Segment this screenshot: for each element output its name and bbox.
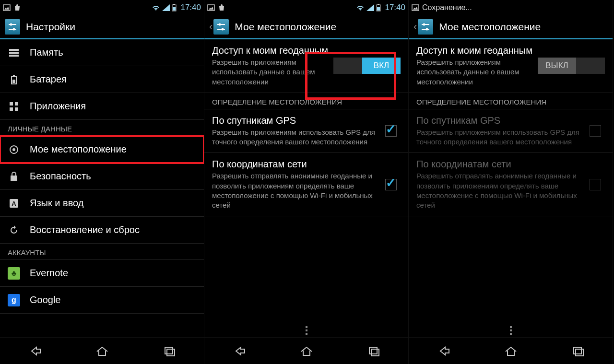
pref-net[interactable]: По координатам сети Разрешить отправлять… [204,153,408,216]
item-label: Google [30,294,61,305]
svg-rect-10 [9,49,19,51]
page-title: Настройки [26,21,75,33]
signal-icon [366,4,374,11]
status-bar: 17:40 [0,0,204,15]
nav-home[interactable] [272,338,341,364]
item-language[interactable]: A Язык и ввод [0,190,204,217]
page-title: Мое местоположение [235,21,336,33]
item-label: Мое местоположение [30,144,127,155]
svg-rect-11 [9,52,19,54]
section-sources: ОПРЕДЕЛЕНИЕ МЕСТОПОЛОЖЕНИЯ [409,93,613,109]
checkbox-net [590,179,601,190]
item-location[interactable]: Мое местоположение [0,136,204,163]
panel-location-on: 17:40 ‹ Мое местоположение Доступ к моим… [204,0,409,364]
nav-bar [204,337,408,364]
pref-title: По спутникам GPS [416,115,581,126]
item-label: Батарея [30,74,67,85]
toggle-label: ВКЛ [362,58,401,74]
pref-summary: Разрешить приложениям использовать данны… [212,58,329,87]
item-label: Язык и ввод [30,198,83,209]
item-label: Восстановление и сброс [30,224,140,235]
svg-point-9 [13,28,15,31]
svg-rect-14 [13,75,15,76]
svg-rect-45 [574,347,581,354]
pref-title: По спутникам GPS [212,115,377,126]
pref-gps[interactable]: По спутникам GPS Разрешить приложениям и… [204,109,408,153]
signal-icon [162,4,170,11]
nav-bar [409,337,613,364]
gallery-icon [207,4,215,12]
nav-recent[interactable] [340,338,408,364]
svg-rect-0 [3,5,10,11]
svg-point-7 [10,23,12,26]
item-security[interactable]: Безопасность [0,163,204,190]
language-icon: A [8,199,20,208]
wifi-icon [356,4,365,11]
gallery-icon [412,4,419,12]
gallery-icon [3,4,11,12]
status-time: 17:40 [385,3,405,12]
nav-back[interactable] [409,338,477,364]
svg-marker-1 [4,7,9,10]
item-label: Evernote [30,268,68,279]
pref-summary: Разрешить приложениям использовать GPS д… [212,128,377,147]
pref-gps: По спутникам GPS Разрешить приложениям и… [409,109,613,153]
nav-back[interactable] [204,338,272,364]
svg-rect-12 [9,55,19,57]
toggle-access[interactable]: ВЫКЛ [538,58,605,74]
item-label: Приложения [30,101,86,112]
item-google[interactable]: g Google [0,287,204,314]
svg-marker-28 [209,7,213,10]
overflow-menu[interactable] [409,323,613,337]
saving-text: Сохранение... [422,3,472,12]
section-personal: ЛИЧНЫЕ ДАННЫЕ [0,120,204,136]
svg-marker-2 [162,4,170,11]
svg-marker-40 [413,7,418,10]
pref-title: Доступ к моим геоданным [212,45,329,56]
nav-bar [0,337,204,364]
pref-access[interactable]: Доступ к моим геоданным Разрешить прилож… [409,39,613,93]
settings-sliders-icon [418,19,433,35]
bag-icon [13,4,21,12]
restore-icon [8,225,20,235]
svg-rect-15 [12,80,15,83]
pref-title: По координатам сети [416,159,581,170]
pref-access[interactable]: Доступ к моим геоданным Разрешить прилож… [204,39,408,93]
svg-rect-26 [167,349,175,356]
nav-recent[interactable] [136,338,204,364]
svg-point-36 [222,28,224,31]
nav-home[interactable] [68,338,136,364]
back-chevron-icon: ‹ [413,21,417,33]
nav-home[interactable] [477,338,545,364]
item-backup[interactable]: Восстановление и сброс [0,217,204,244]
action-bar[interactable]: ‹ Мое местоположение [409,15,613,39]
svg-marker-29 [366,4,374,11]
svg-rect-25 [165,347,173,354]
item-battery[interactable]: Батарея [0,66,204,93]
toggle-access[interactable]: ВКЛ [333,58,401,74]
item-label: Безопасность [30,171,91,182]
settings-sliders-icon [213,19,229,35]
pref-summary: Разрешить отправлять анонимные геоданные… [416,171,581,210]
action-bar[interactable]: ‹ Мое местоположение [204,15,408,39]
overflow-menu[interactable] [204,323,408,337]
svg-rect-5 [173,7,176,11]
svg-rect-32 [377,7,380,11]
settings-list: Память Батарея Приложения ЛИЧНЫЕ ДАННЫЕ … [0,39,204,337]
checkbox-gps [590,125,601,137]
pref-summary: Разрешить приложениям использовать GPS д… [416,128,581,147]
checkbox-net[interactable] [385,179,397,190]
item-apps[interactable]: Приложения [0,93,204,120]
svg-rect-16 [10,102,13,106]
settings-sliders-icon [5,19,20,35]
checkbox-gps[interactable] [385,125,397,137]
svg-rect-31 [378,4,379,5]
page-title: Мое местоположение [439,21,541,33]
apps-icon [8,102,20,111]
svg-rect-4 [173,4,175,5]
item-memory[interactable]: Память [0,39,204,66]
status-bar: Сохранение... [409,0,613,15]
nav-recent[interactable] [544,338,613,364]
nav-back[interactable] [0,338,68,364]
item-evernote[interactable]: ♣ Evernote [0,260,204,287]
